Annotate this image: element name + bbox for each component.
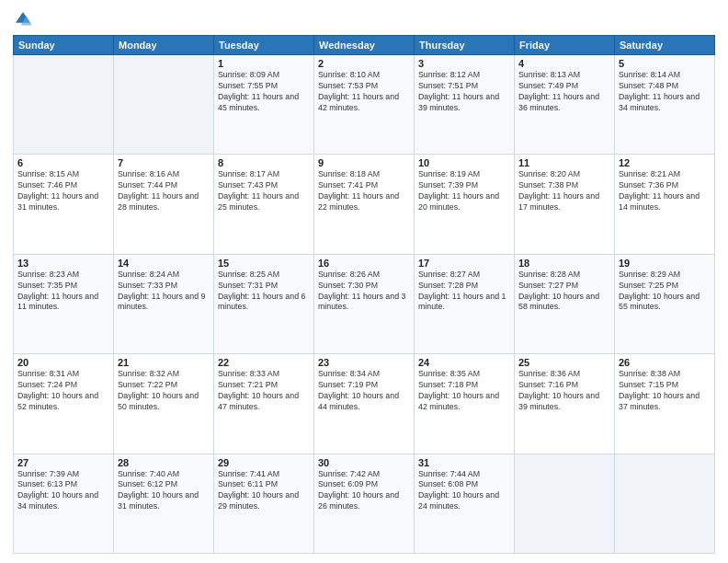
cell-day-number: 27 (17, 457, 109, 468)
cell-info: Sunrise: 8:28 AM Sunset: 7:27 PM Dayligh… (518, 270, 610, 314)
cell-info: Sunrise: 8:25 AM Sunset: 7:31 PM Dayligh… (218, 270, 310, 314)
weekday-row: SundayMondayTuesdayWednesdayThursdayFrid… (14, 36, 715, 55)
calendar-cell: 22Sunrise: 8:33 AM Sunset: 7:21 PM Dayli… (214, 354, 314, 454)
cell-info: Sunrise: 7:41 AM Sunset: 6:11 PM Dayligh… (218, 469, 310, 513)
calendar-cell: 21Sunrise: 8:32 AM Sunset: 7:22 PM Dayli… (114, 354, 214, 454)
calendar-week-4: 27Sunrise: 7:39 AM Sunset: 6:13 PM Dayli… (14, 454, 715, 553)
calendar-cell: 10Sunrise: 8:19 AM Sunset: 7:39 PM Dayli… (415, 155, 515, 254)
cell-day-number: 13 (17, 258, 109, 269)
calendar-cell: 16Sunrise: 8:26 AM Sunset: 7:30 PM Dayli… (314, 254, 415, 353)
calendar-cell: 5Sunrise: 8:14 AM Sunset: 7:48 PM Daylig… (615, 55, 715, 155)
logo-icon (13, 9, 33, 29)
cell-day-number: 8 (218, 157, 310, 168)
cell-info: Sunrise: 8:31 AM Sunset: 7:24 PM Dayligh… (17, 369, 109, 413)
weekday-header-thursday: Thursday (415, 36, 515, 55)
cell-day-number: 20 (17, 357, 109, 368)
calendar-week-0: 1Sunrise: 8:09 AM Sunset: 7:55 PM Daylig… (14, 55, 715, 155)
cell-info: Sunrise: 8:38 AM Sunset: 7:15 PM Dayligh… (619, 369, 711, 413)
cell-day-number: 12 (619, 157, 711, 168)
weekday-header-monday: Monday (114, 36, 214, 55)
cell-info: Sunrise: 8:13 AM Sunset: 7:49 PM Dayligh… (518, 70, 610, 114)
calendar-cell: 2Sunrise: 8:10 AM Sunset: 7:53 PM Daylig… (314, 55, 415, 155)
cell-info: Sunrise: 7:40 AM Sunset: 6:12 PM Dayligh… (118, 469, 210, 513)
weekday-header-saturday: Saturday (615, 36, 715, 55)
calendar-cell: 7Sunrise: 8:16 AM Sunset: 7:44 PM Daylig… (114, 155, 214, 254)
calendar-cell: 18Sunrise: 8:28 AM Sunset: 7:27 PM Dayli… (515, 254, 615, 353)
calendar-table: SundayMondayTuesdayWednesdayThursdayFrid… (13, 35, 715, 554)
cell-day-number: 23 (318, 357, 410, 368)
cell-info: Sunrise: 8:21 AM Sunset: 7:36 PM Dayligh… (619, 169, 711, 213)
calendar-cell: 19Sunrise: 8:29 AM Sunset: 7:25 PM Dayli… (615, 254, 715, 353)
calendar-cell (615, 454, 715, 553)
cell-day-number: 9 (318, 157, 410, 168)
calendar-cell: 29Sunrise: 7:41 AM Sunset: 6:11 PM Dayli… (214, 454, 314, 553)
calendar-header: SundayMondayTuesdayWednesdayThursdayFrid… (14, 36, 715, 55)
calendar-week-3: 20Sunrise: 8:31 AM Sunset: 7:24 PM Dayli… (14, 354, 715, 454)
calendar-cell: 4Sunrise: 8:13 AM Sunset: 7:49 PM Daylig… (515, 55, 615, 155)
calendar-cell: 11Sunrise: 8:20 AM Sunset: 7:38 PM Dayli… (515, 155, 615, 254)
calendar-cell: 28Sunrise: 7:40 AM Sunset: 6:12 PM Dayli… (114, 454, 214, 553)
cell-day-number: 3 (418, 58, 510, 69)
cell-info: Sunrise: 8:26 AM Sunset: 7:30 PM Dayligh… (318, 270, 410, 314)
cell-day-number: 7 (118, 157, 210, 168)
cell-day-number: 4 (518, 58, 610, 69)
calendar-cell: 31Sunrise: 7:44 AM Sunset: 6:08 PM Dayli… (415, 454, 515, 553)
cell-info: Sunrise: 8:19 AM Sunset: 7:39 PM Dayligh… (418, 169, 510, 213)
weekday-header-wednesday: Wednesday (314, 36, 415, 55)
calendar-cell: 1Sunrise: 8:09 AM Sunset: 7:55 PM Daylig… (214, 55, 314, 155)
calendar-cell: 17Sunrise: 8:27 AM Sunset: 7:28 PM Dayli… (415, 254, 515, 353)
calendar-cell: 25Sunrise: 8:36 AM Sunset: 7:16 PM Dayli… (515, 354, 615, 454)
cell-info: Sunrise: 7:39 AM Sunset: 6:13 PM Dayligh… (17, 469, 109, 513)
cell-day-number: 25 (518, 357, 610, 368)
calendar-week-1: 6Sunrise: 8:15 AM Sunset: 7:46 PM Daylig… (14, 155, 715, 254)
cell-info: Sunrise: 8:24 AM Sunset: 7:33 PM Dayligh… (118, 270, 210, 314)
cell-day-number: 16 (318, 258, 410, 269)
cell-info: Sunrise: 7:42 AM Sunset: 6:09 PM Dayligh… (318, 469, 410, 513)
cell-info: Sunrise: 8:09 AM Sunset: 7:55 PM Dayligh… (218, 70, 310, 114)
calendar-cell: 24Sunrise: 8:35 AM Sunset: 7:18 PM Dayli… (415, 354, 515, 454)
calendar-cell (515, 454, 615, 553)
cell-info: Sunrise: 8:29 AM Sunset: 7:25 PM Dayligh… (619, 270, 711, 314)
cell-info: Sunrise: 8:20 AM Sunset: 7:38 PM Dayligh… (518, 169, 610, 213)
logo (13, 9, 35, 29)
cell-day-number: 24 (418, 357, 510, 368)
calendar-cell: 6Sunrise: 8:15 AM Sunset: 7:46 PM Daylig… (14, 155, 114, 254)
cell-info: Sunrise: 8:35 AM Sunset: 7:18 PM Dayligh… (418, 369, 510, 413)
cell-day-number: 31 (418, 457, 510, 468)
cell-info: Sunrise: 8:23 AM Sunset: 7:35 PM Dayligh… (17, 270, 109, 314)
weekday-header-sunday: Sunday (14, 36, 114, 55)
cell-info: Sunrise: 7:44 AM Sunset: 6:08 PM Dayligh… (418, 469, 510, 513)
cell-day-number: 17 (418, 258, 510, 269)
cell-day-number: 5 (619, 58, 711, 69)
cell-info: Sunrise: 8:14 AM Sunset: 7:48 PM Dayligh… (619, 70, 711, 114)
calendar-week-2: 13Sunrise: 8:23 AM Sunset: 7:35 PM Dayli… (14, 254, 715, 353)
weekday-header-friday: Friday (515, 36, 615, 55)
calendar-cell: 3Sunrise: 8:12 AM Sunset: 7:51 PM Daylig… (415, 55, 515, 155)
cell-info: Sunrise: 8:17 AM Sunset: 7:43 PM Dayligh… (218, 169, 310, 213)
calendar-body: 1Sunrise: 8:09 AM Sunset: 7:55 PM Daylig… (14, 55, 715, 554)
cell-day-number: 6 (17, 157, 109, 168)
cell-info: Sunrise: 8:33 AM Sunset: 7:21 PM Dayligh… (218, 369, 310, 413)
cell-info: Sunrise: 8:15 AM Sunset: 7:46 PM Dayligh… (17, 169, 109, 213)
cell-day-number: 18 (518, 258, 610, 269)
cell-day-number: 22 (218, 357, 310, 368)
calendar-cell: 8Sunrise: 8:17 AM Sunset: 7:43 PM Daylig… (214, 155, 314, 254)
cell-day-number: 14 (118, 258, 210, 269)
calendar-cell: 13Sunrise: 8:23 AM Sunset: 7:35 PM Dayli… (14, 254, 114, 353)
calendar-cell: 27Sunrise: 7:39 AM Sunset: 6:13 PM Dayli… (14, 454, 114, 553)
cell-day-number: 30 (318, 457, 410, 468)
calendar-cell: 15Sunrise: 8:25 AM Sunset: 7:31 PM Dayli… (214, 254, 314, 353)
calendar-cell (114, 55, 214, 155)
cell-info: Sunrise: 8:16 AM Sunset: 7:44 PM Dayligh… (118, 169, 210, 213)
cell-day-number: 28 (118, 457, 210, 468)
calendar-cell (14, 55, 114, 155)
cell-day-number: 11 (518, 157, 610, 168)
page: SundayMondayTuesdayWednesdayThursdayFrid… (0, 0, 728, 563)
cell-day-number: 1 (218, 58, 310, 69)
cell-info: Sunrise: 8:36 AM Sunset: 7:16 PM Dayligh… (518, 369, 610, 413)
header (13, 9, 715, 29)
cell-info: Sunrise: 8:12 AM Sunset: 7:51 PM Dayligh… (418, 70, 510, 114)
calendar-cell: 12Sunrise: 8:21 AM Sunset: 7:36 PM Dayli… (615, 155, 715, 254)
cell-day-number: 29 (218, 457, 310, 468)
calendar-cell: 20Sunrise: 8:31 AM Sunset: 7:24 PM Dayli… (14, 354, 114, 454)
